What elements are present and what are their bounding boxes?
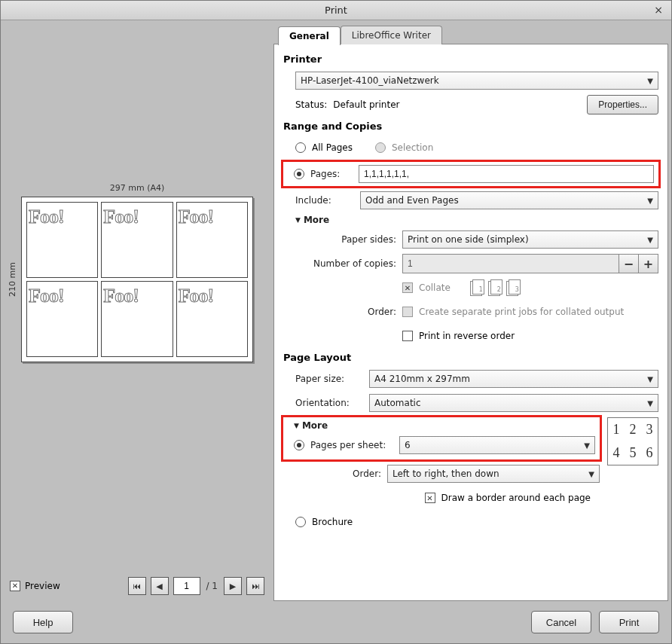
- section-printer: Printer: [283, 53, 658, 65]
- chevron-down-icon: ▼: [647, 236, 653, 244]
- copies-plus-button[interactable]: +: [639, 254, 658, 273]
- reverse-order-checkbox[interactable]: [402, 331, 413, 341]
- preview-pane: 297 mm (A4) 210 mm Foo! Foo! Foo! Foo! F…: [4, 23, 270, 601]
- orientation-select[interactable]: Automatic ▼: [369, 394, 658, 412]
- layout-grid-preview: 1 2 3 4 5 6: [607, 417, 658, 465]
- layout-order-value: Left to right, then down: [393, 469, 499, 479]
- titlebar: Print ×: [1, 1, 671, 20]
- range-more-toggle[interactable]: ▼ More: [283, 215, 658, 225]
- collate-label: Collate: [419, 282, 451, 293]
- triangle-down-icon: ▼: [294, 422, 299, 429]
- separate-jobs-label: Create separate print jobs for collated …: [419, 307, 624, 317]
- include-value: Odd and Even Pages: [365, 195, 459, 206]
- paper-sides-label: Paper sides:: [306, 234, 396, 245]
- chevron-down-icon: ▼: [647, 77, 653, 85]
- page-number-input[interactable]: [173, 577, 200, 595]
- chevron-down-icon: ▼: [647, 399, 653, 407]
- page-total-label: / 1: [205, 581, 220, 591]
- brochure-radio[interactable]: [295, 517, 306, 527]
- separate-jobs-checkbox: [402, 307, 413, 317]
- triangle-down-icon: ▼: [295, 216, 301, 224]
- include-label: Include:: [295, 195, 354, 206]
- chevron-down-icon: ▼: [647, 375, 653, 383]
- tab-general[interactable]: General: [278, 26, 341, 45]
- pps-label: Pages per sheet:: [310, 440, 393, 450]
- pages-row-highlight: Pages:: [283, 162, 658, 186]
- orientation-value: Automatic: [374, 398, 421, 408]
- pps-value: 6: [405, 440, 411, 450]
- collate-icon: 11 22 33: [470, 278, 523, 298]
- printer-select-value: HP-LaserJet-4100_viaNetzwerk: [301, 75, 439, 86]
- preview-cell: Foo!: [101, 281, 173, 357]
- preview-cell: Foo!: [176, 202, 248, 278]
- settings-pane: General LibreOffice Writer Printer HP-La…: [273, 23, 668, 601]
- copies-spinner[interactable]: − +: [402, 254, 658, 273]
- preview-sheet-wrap: 297 mm (A4) 210 mm Foo! Foo! Foo! Foo! F…: [21, 197, 253, 362]
- pps-select[interactable]: 6 ▼: [399, 436, 595, 454]
- tab-content-general: Printer HP-LaserJet-4100_viaNetzwerk ▼ S…: [273, 44, 668, 601]
- pps-highlight: ▼ More Pages per sheet: 6 ▼: [283, 417, 600, 459]
- papersize-value: A4 210mm x 297mm: [374, 374, 470, 384]
- layout-order-select[interactable]: Left to right, then down ▼: [387, 465, 600, 483]
- order-label: Order:: [306, 307, 396, 317]
- layout-order-label: Order:: [321, 469, 381, 479]
- window-title: Print: [325, 5, 347, 16]
- tab-writer[interactable]: LibreOffice Writer: [341, 26, 442, 44]
- preview-sheet: Foo! Foo! Foo! Foo! Foo! Foo!: [21, 197, 253, 362]
- copies-label: Number of copies:: [306, 258, 396, 269]
- printer-select[interactable]: HP-LaserJet-4100_viaNetzwerk ▼: [295, 72, 658, 90]
- paper-sides-value: Print on one side (simplex): [408, 234, 529, 245]
- paper-sides-select[interactable]: Print on one side (simplex) ▼: [402, 230, 658, 249]
- dialog-footer: Help Cancel Print: [1, 601, 671, 643]
- dim-top-label: 297 mm (A4): [21, 183, 253, 193]
- reverse-order-label: Print in reverse order: [419, 331, 515, 341]
- cancel-button[interactable]: Cancel: [531, 611, 591, 633]
- all-pages-radio[interactable]: [295, 142, 306, 153]
- next-page-button[interactable]: ▶: [224, 577, 242, 595]
- tab-bar: General LibreOffice Writer: [273, 23, 668, 44]
- all-pages-label: All Pages: [312, 142, 353, 153]
- close-icon[interactable]: ×: [652, 3, 665, 17]
- section-range: Range and Copies: [283, 121, 658, 132]
- chevron-down-icon: ▼: [584, 441, 590, 450]
- last-page-button[interactable]: ⏭: [246, 577, 264, 595]
- dim-left-label: 210 mm: [8, 197, 17, 362]
- section-layout: Page Layout: [283, 352, 658, 363]
- chevron-down-icon: ▼: [647, 197, 653, 205]
- status-label: Status:: [295, 99, 327, 110]
- preview-cell: Foo!: [26, 202, 98, 278]
- preview-controls: Preview ⏮ ◀ / 1 ▶ ⏭: [4, 571, 270, 601]
- preview-cell: Foo!: [176, 281, 248, 357]
- print-button[interactable]: Print: [599, 611, 659, 633]
- preview-cell: Foo!: [26, 281, 98, 357]
- pages-radio[interactable]: [294, 169, 304, 179]
- properties-button[interactable]: Properties...: [587, 95, 658, 114]
- brochure-label: Brochure: [312, 517, 353, 527]
- copies-minus-button[interactable]: −: [619, 254, 639, 273]
- help-button[interactable]: Help: [13, 611, 73, 633]
- draw-border-label: Draw a border around each page: [441, 493, 591, 503]
- first-page-button[interactable]: ⏮: [128, 577, 146, 595]
- papersize-select[interactable]: A4 210mm x 297mm ▼: [369, 370, 658, 388]
- preview-checkbox[interactable]: [10, 581, 20, 591]
- draw-border-checkbox[interactable]: [425, 493, 435, 503]
- layout-more-toggle[interactable]: ▼ More: [291, 420, 595, 431]
- selection-radio: [375, 142, 386, 153]
- include-select[interactable]: Odd and Even Pages ▼: [360, 191, 658, 209]
- pps-radio[interactable]: [294, 440, 304, 450]
- pages-label: Pages:: [310, 169, 353, 179]
- pages-input[interactable]: [359, 165, 654, 183]
- papersize-label: Paper size:: [295, 374, 363, 384]
- selection-label: Selection: [392, 142, 433, 153]
- print-dialog: Print × 297 mm (A4) 210 mm Foo! Foo! Foo…: [0, 0, 672, 644]
- copies-input[interactable]: [402, 254, 619, 273]
- status-value: Default printer: [333, 99, 399, 110]
- orientation-label: Orientation:: [295, 398, 363, 408]
- preview-checkbox-label: Preview: [25, 581, 60, 591]
- preview-cell: Foo!: [101, 202, 173, 278]
- prev-page-button[interactable]: ◀: [151, 577, 169, 595]
- collate-checkbox: [402, 282, 413, 293]
- chevron-down-icon: ▼: [588, 470, 594, 478]
